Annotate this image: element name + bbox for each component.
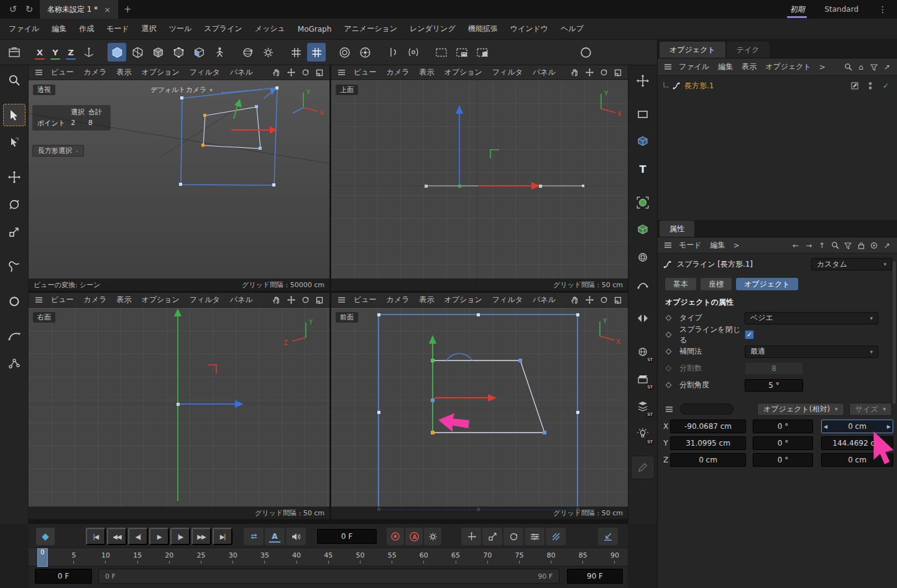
orbit-view-icon[interactable] <box>597 294 610 306</box>
workplane-settings-gear-icon[interactable] <box>259 43 277 62</box>
timeline-playhead[interactable]: 0 <box>37 548 48 567</box>
viewport-menu-item[interactable]: フィルタ <box>487 67 528 78</box>
object-tree-row[interactable]: 長方形.1 ✓ <box>658 78 897 93</box>
size-y-field[interactable]: 144.4692 cm <box>821 436 893 450</box>
range-start-field[interactable]: 0 F <box>35 569 92 584</box>
pencil-tool-icon[interactable] <box>631 456 655 479</box>
visibility-dots-icon[interactable] <box>864 80 876 92</box>
menu-item[interactable]: 作成 <box>73 24 100 34</box>
transport-button[interactable]: |◀ <box>86 528 106 545</box>
position-z-field[interactable]: 0 cm <box>670 453 746 467</box>
angle-field[interactable]: 5 ° <box>745 379 803 392</box>
menu-item[interactable]: メッシュ <box>249 24 292 34</box>
toggle-single-view-icon[interactable] <box>611 294 625 306</box>
workplane-mode-button[interactable] <box>149 43 167 62</box>
render-to-picture-viewer-icon[interactable] <box>453 43 471 62</box>
enable-snap-button[interactable] <box>287 43 305 62</box>
preview-range-bar[interactable]: 0 F 90 F <box>98 569 559 584</box>
axis-lock-y-button[interactable]: Y <box>48 44 62 61</box>
menu-item[interactable]: モード <box>100 24 136 34</box>
orbit-view-icon[interactable] <box>298 294 312 306</box>
rotation-h-field[interactable]: 0 ° <box>753 420 813 433</box>
menu-item[interactable]: ヘルプ <box>554 24 590 34</box>
orbit-view-icon[interactable] <box>597 67 610 79</box>
viewport-menu-item[interactable]: オプション <box>136 295 184 305</box>
tab-objects[interactable]: オブジェクト <box>660 42 725 58</box>
wire-sphere-icon[interactable] <box>631 246 655 269</box>
viewport-menu-icon[interactable] <box>334 294 348 306</box>
globe-st-icon[interactable]: ST <box>631 340 655 364</box>
search-icon[interactable] <box>842 61 854 73</box>
object-name[interactable]: 長方形.1 <box>684 81 714 91</box>
menu-item[interactable]: 編集 <box>45 24 73 34</box>
record-active-objects-button[interactable] <box>387 528 404 545</box>
panel-menu-icon[interactable] <box>661 61 674 73</box>
edit-pencil-icon[interactable] <box>849 80 861 92</box>
key-scale-toggle[interactable] <box>482 528 502 545</box>
viewport-canvas-front[interactable]: Y X <box>331 308 628 519</box>
size-x-field[interactable]: ◀ 0 cm ▶ <box>821 420 893 433</box>
position-y-field[interactable]: 31.0995 cm <box>670 436 746 450</box>
circle-spline-tool-icon[interactable] <box>3 290 25 313</box>
menu-item[interactable]: スプライン <box>198 24 248 34</box>
object-manager-menu-item[interactable]: オブジェクト <box>761 62 816 72</box>
menu-item[interactable]: MoGraph <box>292 25 338 34</box>
polygons-mode-button[interactable] <box>190 43 208 62</box>
history-forward-icon[interactable]: → <box>803 239 815 252</box>
pan-hand-icon[interactable] <box>270 294 283 306</box>
menu-item[interactable]: ツール <box>163 24 198 34</box>
undo-icon[interactable]: ↺ <box>5 0 21 19</box>
viewport-menu-item[interactable]: パネル <box>225 295 258 305</box>
object-manager-menu-item[interactable]: ファイル <box>674 62 714 72</box>
reset-rotation-icon[interactable] <box>238 43 257 62</box>
autokey-ring-button[interactable]: A <box>405 528 423 545</box>
axis-lock-x-button[interactable]: X <box>33 44 47 61</box>
transport-button[interactable]: ▶| <box>213 528 232 545</box>
menu-item[interactable]: 選択 <box>136 24 163 34</box>
loop-playback-icon[interactable] <box>244 528 264 545</box>
render-settings-button[interactable] <box>356 43 374 62</box>
size-mode-dropdown[interactable]: サイズ▾ <box>849 403 892 416</box>
viewport-menu-icon[interactable] <box>32 67 45 79</box>
move-view-icon[interactable] <box>284 67 298 79</box>
search-commander-icon[interactable] <box>3 69 25 91</box>
team-render-icon[interactable] <box>473 43 492 62</box>
keying-settings-gear-icon[interactable] <box>424 528 441 545</box>
pan-hand-icon[interactable] <box>270 67 283 79</box>
key-parameter-toggle[interactable] <box>525 528 545 545</box>
type-dropdown[interactable]: ベジエ▾ <box>745 312 878 324</box>
parent-up-icon[interactable]: ↑ <box>816 239 828 252</box>
content-browser-icon[interactable] <box>5 43 24 62</box>
object-manager-empty-area[interactable] <box>658 93 897 220</box>
redo-icon[interactable]: ↻ <box>21 0 37 19</box>
modeling-settings-icon[interactable] <box>404 43 423 62</box>
polygon-cube-icon[interactable] <box>631 218 655 242</box>
toggle-single-view-icon[interactable] <box>611 67 625 79</box>
minimize-timeline-icon[interactable] <box>598 528 618 545</box>
viewport-menu-item[interactable]: フィルタ <box>487 295 528 305</box>
document-tab[interactable]: 名称未設定 1 * × <box>40 0 118 19</box>
text-object-icon[interactable]: T <box>631 157 655 181</box>
size-z-field[interactable]: 0 cm <box>821 453 893 467</box>
coordinate-mode-dropdown[interactable]: オブジェクト(相対)▾ <box>757 403 844 416</box>
axis-tool-icon[interactable] <box>631 69 655 93</box>
transport-button[interactable]: ▶ <box>149 528 169 545</box>
rotate-tool-icon[interactable] <box>3 193 25 216</box>
viewport-menu-item[interactable]: カメラ <box>79 67 112 78</box>
viewport-menu-item[interactable]: ビュー <box>46 67 79 78</box>
menu-item[interactable]: アニメーション <box>338 24 403 34</box>
scale-tool-icon[interactable] <box>3 221 25 243</box>
joint-tool-icon[interactable] <box>3 352 25 375</box>
viewport-menu-item[interactable]: パネル <box>528 67 561 78</box>
viewport-menu-item[interactable]: 表示 <box>414 295 439 305</box>
record-keyframe-button[interactable]: ◆ <box>36 528 55 545</box>
camera-label[interactable]: デフォルトカメラ▾ <box>150 85 213 94</box>
search-icon[interactable] <box>829 239 841 252</box>
pan-hand-icon[interactable] <box>568 294 582 306</box>
light-st-icon[interactable]: ST <box>631 422 655 446</box>
layout-tab-standard[interactable]: Standard <box>814 0 868 19</box>
viewport-menu-item[interactable]: パネル <box>225 67 258 78</box>
viewport-persp-body[interactable]: Y X 透視 デフォルトカメラ▾ 選択合計 ポイント28 長方形選択› ビューの… <box>29 80 329 291</box>
pan-hand-icon[interactable] <box>568 67 582 79</box>
filter-icon[interactable] <box>868 61 880 73</box>
